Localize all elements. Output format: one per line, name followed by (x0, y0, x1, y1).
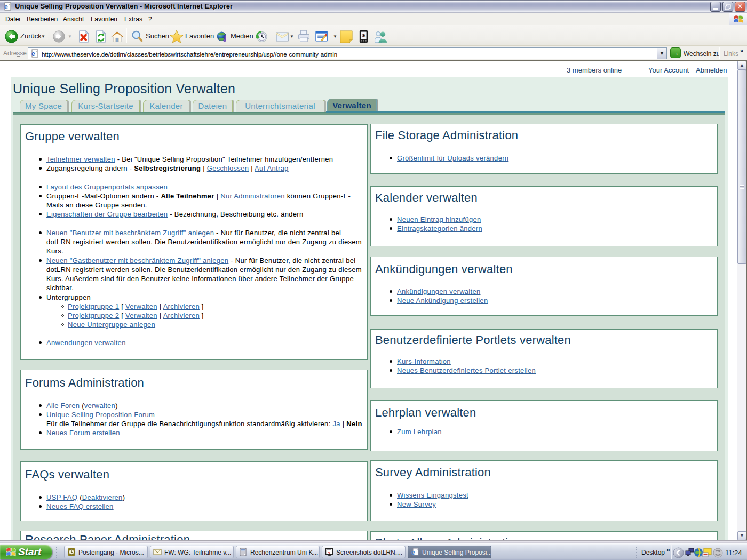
svg-text:✱: ✱ (362, 33, 366, 38)
svg-text:e: e (4, 3, 8, 11)
svg-text:e: e (31, 50, 35, 58)
svg-text:e: e (411, 549, 415, 556)
